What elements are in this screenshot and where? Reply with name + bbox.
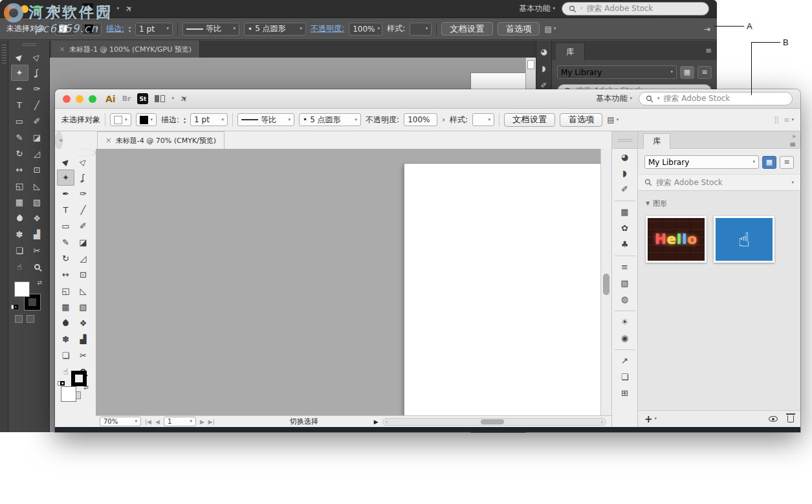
library-item-hand-cursor[interactable]: ☝ [714,216,774,263]
list-view-button[interactable]: ≡ [780,156,794,169]
back-document-tab[interactable]: × 未标题-1 @ 100% (CMYK/GPU 预览) [51,41,200,58]
column-graph-tool[interactable]: ▟ [74,331,92,347]
paintbrush-tool[interactable]: ✐ [28,113,46,129]
gradient-tool[interactable]: ▧ [28,194,46,210]
opacity-label[interactable]: 不透明度: [311,23,344,34]
scroll-tabs-left-icon[interactable]: « [55,136,66,148]
brush-definition-select[interactable]: •5 点圆形▾ [244,23,306,36]
paintbrush-tool[interactable]: ✐ [74,218,92,234]
eraser-tool[interactable]: ◪ [74,234,92,250]
color-panel-icon[interactable]: ◕ [617,149,633,165]
bridge-button[interactable]: Br [67,5,76,13]
workspace-switcher[interactable]: 基本功能 ▾ [596,93,632,104]
eyedropper-tool[interactable] [11,210,28,226]
stock-button[interactable]: St [137,93,148,104]
rotate-tool[interactable]: ↻ [57,250,74,267]
fill-indicator[interactable] [61,386,76,402]
curvature-tool[interactable]: ✑ [28,81,46,97]
stroke-label[interactable]: 描边: [106,23,124,34]
dots-grid-icon[interactable]: ⣿ [774,116,779,124]
lasso-tool[interactable]: ʆ [74,170,92,186]
shape-builder-tool[interactable]: ◱ [11,178,28,194]
graphics-section-header[interactable]: ▼ 图形 [638,191,800,211]
opacity-select[interactable]: 100% [404,113,437,126]
arrange-panel-icon[interactable]: ▤▾ [607,115,619,124]
arrange-panel-icon[interactable]: ▤▾ [544,25,556,34]
eyedropper-tool[interactable] [57,315,74,331]
symbol-sprayer-tool[interactable]: ✽ [11,226,28,243]
artboard-number-select[interactable]: 1▾ [164,417,196,426]
gpu-performance-icon[interactable]: ✈ [124,3,135,15]
symbol-sprayer-tool[interactable]: ✽ [57,331,74,347]
rotate-tool[interactable]: ↻ [11,146,28,162]
artboard-tool[interactable]: ❏ [57,347,74,364]
brush-definition-select[interactable]: •5 点圆形▾ [299,113,361,126]
stock-search-input[interactable]: ▾ 搜索 Adobe Stock [562,2,709,16]
appearance-panel-icon[interactable]: ☀ [617,314,633,330]
width-tool[interactable]: ↔ [11,162,28,178]
blend-tool[interactable]: ❖ [74,315,92,331]
dock-divider-4[interactable] [615,346,635,350]
horizontal-scrollbar-thumb[interactable] [481,419,504,424]
slice-tool[interactable]: ✂ [28,243,46,259]
bridge-button[interactable]: Br [122,94,131,103]
close-window-button[interactable] [8,5,16,13]
stroke-color-select[interactable]: ▾ [81,23,102,36]
layers-panel-icon[interactable]: ❏ [617,369,633,385]
lasso-tool[interactable]: ʆ [28,65,46,81]
zoom-window-button[interactable] [34,5,41,13]
line-segment-tool[interactable]: ╱ [28,97,46,113]
symbol-lib-panel-icon[interactable]: ✿ [617,220,633,236]
front-canvas[interactable] [96,149,600,415]
stroke-weight-stepper[interactable]: ▴▾ [184,116,186,124]
direct-selection-tool[interactable]: ▷ [28,49,46,65]
fill-color-select[interactable]: ▾ [55,23,76,36]
stroke-weight-stepper[interactable]: ▴▾ [129,25,131,32]
type-tool[interactable]: T [57,202,74,218]
stroke-weight-select[interactable]: 1 pt▾ [190,113,228,126]
asset-export-panel-icon[interactable]: ↗ [617,353,633,369]
chevron-down-icon[interactable]: ▾ [171,96,174,101]
style-select[interactable]: ▾ [472,113,494,126]
grid-view-button[interactable]: ▦ [762,156,776,169]
opacity-label[interactable]: 不透明度: [366,115,399,126]
dock-header[interactable] [612,131,637,149]
brushes-panel-icon[interactable]: ✐ [617,181,633,197]
minimize-window-button[interactable] [21,5,28,13]
color-guide-panel-icon[interactable]: ◗ [617,165,633,181]
panel-menu-icon[interactable]: ≡ [705,46,712,55]
fill-stroke-indicator[interactable]: ⇄ [14,281,40,310]
dock-divider-3[interactable] [615,307,635,311]
close-tab-icon[interactable]: × [105,136,112,145]
symbols-panel-icon[interactable]: ♣ [617,236,633,252]
eye-icon[interactable] [769,416,778,422]
fill-indicator[interactable] [14,281,30,297]
selection-tool[interactable]: ▶ [57,153,74,170]
front-artboard[interactable] [404,164,600,415]
back-left-dock-strip[interactable] [0,41,8,432]
gradient-panel-icon[interactable]: ▧ [617,275,633,291]
width-tool[interactable]: ↔ [57,267,74,283]
artboard-tool[interactable]: ❏ [11,243,28,259]
color-guide-panel-icon[interactable]: ◗ [537,60,551,77]
minimize-window-button[interactable] [76,95,83,103]
scale-tool[interactable]: ◿ [74,250,92,267]
first-artboard-icon[interactable]: |◀ [145,419,151,425]
magic-wand-tool[interactable]: ✦ [57,170,74,186]
panel-menu-icon[interactable]: ≡ [789,140,796,149]
vertical-scrollbar[interactable] [600,149,611,415]
free-transform-tool[interactable]: ⊡ [74,267,92,283]
front-document-tab[interactable]: × 未标题-4 @ 70% (CMYK/预览) [97,131,225,149]
color-panel-icon[interactable]: ◕ [537,43,551,60]
list-view-button[interactable]: ≡ [697,66,712,79]
perspective-grid-tool[interactable]: ◺ [28,178,46,194]
hand-tool[interactable]: ☝ [11,259,28,275]
stock-search-input[interactable]: ▾ 搜索 Adobe Stock [639,92,793,105]
eraser-tool[interactable]: ◪ [28,129,46,146]
pen-tool[interactable]: ✒ [57,186,74,202]
shaper-tool[interactable]: ✎ [11,129,28,146]
dock-divider-2[interactable] [615,252,635,256]
stroke-weight-select[interactable]: 1 pt▾ [135,23,173,36]
fill-color-select[interactable]: ▾ [110,113,131,126]
library-select[interactable]: My Library▾ [644,155,759,169]
